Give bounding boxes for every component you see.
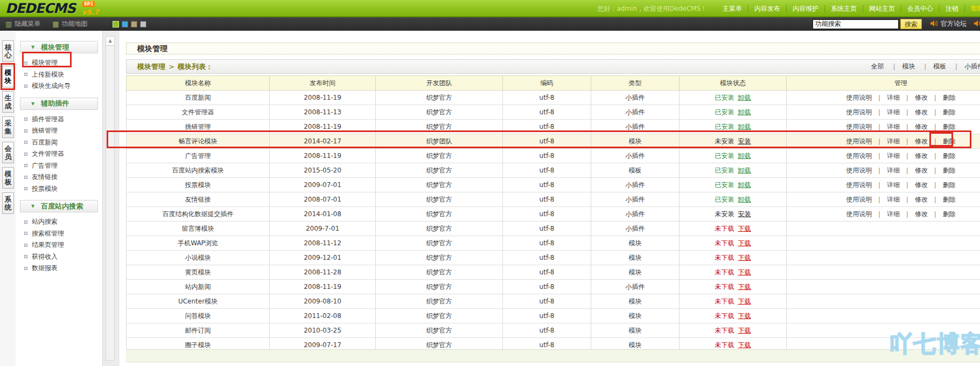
top-nav-link[interactable]: 注销 — [939, 5, 964, 12]
row-action-link[interactable]: 删除 — [928, 196, 956, 203]
row-action-link[interactable]: 修改 — [900, 94, 928, 101]
top-nav-link[interactable]: 系统主页 — [824, 5, 863, 12]
row-action-link[interactable]: 详细 — [872, 152, 900, 160]
row-action-link[interactable]: 修改 — [900, 152, 928, 160]
row-action-link[interactable]: 详细 — [872, 108, 900, 116]
menu-scrollbar[interactable]: ▲ — [106, 36, 115, 361]
sidebar-menu-item[interactable]: 模块管理 — [16, 57, 102, 69]
top-nav-link[interactable]: 网站主页 — [863, 5, 901, 12]
type-filter-link[interactable]: 全部 — [870, 62, 885, 71]
sidebar-group-header[interactable]: ▼ 模块管理 — [20, 41, 98, 53]
row-action-link[interactable]: 使用说明 — [846, 196, 872, 203]
sidebar-menu-item[interactable]: 上传新模块 — [16, 69, 102, 81]
module-category-tab[interactable]: 模板 — [2, 167, 14, 189]
top-nav-link[interactable]: 内容维护 — [786, 5, 824, 12]
type-filter-link[interactable]: 模块 — [885, 62, 916, 71]
status-action-link[interactable]: 下载 — [738, 327, 751, 334]
module-category-tab[interactable]: 核心 — [2, 40, 14, 62]
row-action-link[interactable]: 修改 — [900, 123, 928, 130]
row-action-link[interactable]: 删除 — [928, 181, 956, 189]
row-action-link[interactable]: 修改 — [900, 210, 928, 218]
row-action-link[interactable]: 使用说明 — [846, 181, 872, 189]
row-action-link[interactable]: 使用说明 — [846, 94, 872, 101]
hide-menu-button[interactable]: ▥ 隐藏菜单 — [5, 19, 40, 29]
function-map-button[interactable]: ▦ 功能地图 — [52, 19, 87, 29]
sidebar-menu-item[interactable]: 挑错管理 — [16, 125, 102, 137]
theme-color-swatch[interactable] — [113, 21, 119, 27]
sidebar-menu-item[interactable]: 模块生成向导 — [16, 80, 102, 92]
row-action-link[interactable]: 删除 — [928, 94, 956, 101]
sidebar-menu-item[interactable]: 获得收入 — [16, 251, 102, 263]
status-action-link[interactable]: 卸载 — [738, 123, 751, 130]
row-action-link[interactable]: 使用说明 — [846, 210, 872, 218]
scroll-up-arrow[interactable]: ▲ — [106, 37, 114, 46]
status-action-link[interactable]: 安装 — [738, 210, 751, 218]
row-action-link[interactable]: 删除 — [928, 137, 956, 145]
status-action-link[interactable]: 安装 — [738, 137, 751, 145]
module-category-tab[interactable]: 系统 — [2, 192, 14, 214]
row-action-link[interactable]: 删除 — [928, 152, 956, 160]
search-button[interactable]: 搜索 — [900, 19, 922, 29]
module-category-tab[interactable]: 生成 — [2, 91, 14, 113]
row-action-link[interactable]: 详细 — [872, 167, 900, 174]
sidebar-menu-item[interactable]: 广告管理 — [16, 160, 102, 172]
top-nav-link[interactable]: 会员中心 — [901, 5, 939, 12]
row-action-link[interactable]: 使用说明 — [846, 123, 872, 130]
status-action-link[interactable]: 卸载 — [738, 94, 751, 101]
theme-color-swatch[interactable] — [122, 21, 128, 27]
row-action-link[interactable]: 详细 — [872, 196, 900, 203]
status-action-link[interactable]: 卸载 — [738, 108, 751, 116]
module-category-tab[interactable]: 采集 — [2, 116, 14, 138]
breadcrumb-parent-link[interactable]: 模块管理 — [137, 62, 165, 72]
sidebar-menu-item[interactable]: 插件管理器 — [16, 114, 102, 126]
status-action-link[interactable]: 下载 — [738, 298, 751, 305]
row-action-link[interactable]: 删除 — [928, 108, 956, 116]
sidebar-menu-item[interactable]: 数据报表 — [16, 263, 102, 274]
top-nav-link[interactable]: 帮助 — [964, 5, 980, 12]
status-action-link[interactable]: 卸载 — [738, 181, 751, 189]
row-action-link[interactable]: 删除 — [928, 123, 956, 130]
row-action-link[interactable]: 修改 — [900, 137, 928, 145]
sidebar-menu-item[interactable]: 百度新闻 — [16, 137, 102, 149]
status-action-link[interactable]: 下载 — [738, 225, 751, 232]
sidebar-menu-item[interactable]: 结果页管理 — [16, 239, 102, 251]
sidebar-menu-item[interactable]: 搜索框管理 — [16, 228, 102, 240]
type-filter-link[interactable]: 小插件 — [947, 62, 980, 71]
type-filter-link[interactable]: 模板 — [916, 62, 947, 71]
status-action-link[interactable]: 卸载 — [738, 196, 751, 203]
theme-color-swatch[interactable] — [131, 21, 137, 27]
row-action-link[interactable]: 使用说明 — [846, 108, 872, 116]
status-action-link[interactable]: 下载 — [738, 239, 751, 247]
row-action-link[interactable]: 详细 — [872, 181, 900, 189]
theme-color-swatch[interactable] — [140, 21, 146, 27]
status-action-link[interactable]: 下载 — [738, 341, 751, 349]
row-action-link[interactable]: 删除 — [928, 210, 956, 218]
sidebar-menu-item[interactable]: 站内搜索 — [16, 216, 102, 228]
top-nav-link[interactable]: 主菜单 — [717, 5, 748, 12]
status-action-link[interactable]: 卸载 — [738, 152, 751, 160]
status-action-link[interactable]: 下载 — [738, 254, 751, 261]
row-action-link[interactable]: 详细 — [872, 94, 900, 101]
sidebar-group-header[interactable]: ▼ 辅助插件 — [20, 98, 98, 110]
row-action-link[interactable]: 修改 — [900, 108, 928, 116]
row-action-link[interactable]: 修改 — [900, 196, 928, 203]
sidebar-group-header[interactable]: ▼ 百度站内搜索 — [20, 200, 98, 212]
row-action-link[interactable]: 使用说明 — [846, 137, 872, 145]
status-action-link[interactable]: 下载 — [738, 268, 751, 276]
status-action-link[interactable]: 卸载 — [738, 167, 751, 174]
row-action-link[interactable]: 修改 — [900, 167, 928, 174]
row-action-link[interactable]: 详细 — [872, 210, 900, 218]
row-action-link[interactable]: 详细 — [872, 123, 900, 130]
module-category-tab[interactable]: 模块 — [2, 66, 14, 87]
row-action-link[interactable]: 使用说明 — [846, 167, 872, 174]
sidebar-menu-item[interactable]: 文件管理器 — [16, 148, 102, 160]
row-action-link[interactable]: 删除 — [928, 167, 956, 174]
status-action-link[interactable]: 下载 — [738, 312, 751, 320]
row-action-link[interactable]: 修改 — [900, 181, 928, 189]
row-action-link[interactable]: 使用说明 — [846, 152, 872, 160]
module-category-tab[interactable]: 会员 — [2, 142, 14, 163]
sidebar-menu-item[interactable]: 投票模块 — [16, 183, 102, 195]
official-forum-link[interactable]: 官方论坛 — [941, 19, 967, 29]
function-search-input[interactable] — [813, 19, 899, 29]
row-action-link[interactable]: 详细 — [872, 137, 900, 145]
